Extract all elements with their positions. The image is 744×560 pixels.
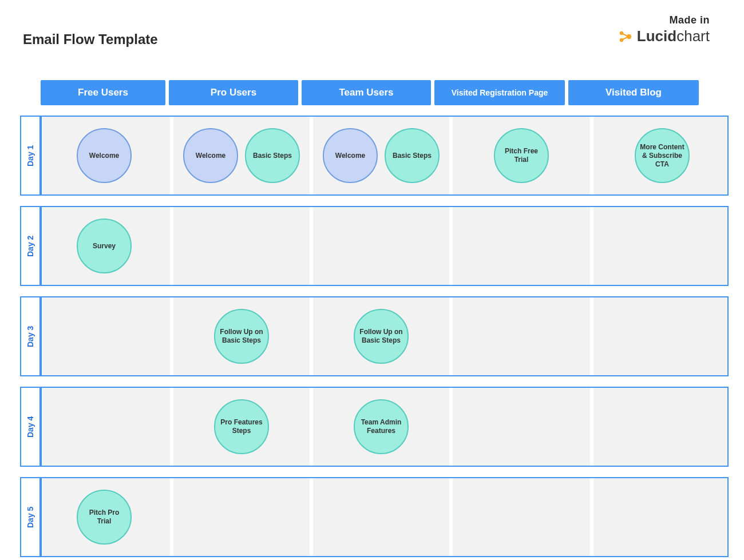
row-body-day-3: Follow Up on Basic Steps Follow Up on Ba… — [41, 296, 729, 376]
cell-d1-free: Welcome — [42, 117, 167, 194]
bubble-pitch-free-trial: Pitch Free Trial — [494, 128, 549, 183]
col-header-pro: Pro Users — [169, 80, 298, 105]
lucidchart-icon — [618, 29, 632, 44]
row-label-day-5: Day 5 — [20, 477, 41, 557]
cell-d1-reg: Pitch Free Trial — [456, 117, 587, 194]
row-label-day-4: Day 4 — [20, 387, 41, 467]
cell-d3-pro: Follow Up on Basic Steps — [177, 297, 306, 375]
cell-d3-reg — [456, 297, 587, 375]
diagram-canvas: Email Flow Template Made in Lucidchart F… — [0, 0, 744, 560]
brand-name-bold: Lucid — [637, 27, 676, 45]
row-body-day-2: Survey — [41, 206, 729, 286]
cell-d4-free — [42, 388, 167, 466]
row-day-1: Day 1 Welcome Welcome Basic Steps Welcom… — [20, 116, 724, 196]
svg-point-0 — [620, 31, 623, 34]
bubble-basic-steps: Basic Steps — [245, 128, 300, 183]
bubble-pitch-pro-trial: Pitch Pro Trial — [77, 490, 132, 545]
brand-logo: Lucidchart — [618, 27, 710, 45]
cell-d2-team — [316, 207, 446, 285]
row-label-day-1: Day 1 — [20, 116, 41, 196]
cell-d4-pro: Pro Features Steps — [177, 388, 306, 466]
row-day-3: Day 3 Follow Up on Basic Steps Follow Up… — [20, 296, 724, 376]
row-day-5: Day 5 Pitch Pro Trial — [20, 477, 724, 557]
row-body-day-4: Pro Features Steps Team Admin Features — [41, 387, 729, 467]
row-day-2: Day 2 Survey — [20, 206, 724, 286]
column-headers: Free Users Pro Users Team Users Visited … — [41, 80, 724, 105]
swimlane-grid: Free Users Pro Users Team Users Visited … — [20, 80, 724, 557]
row-label-day-3: Day 3 — [20, 296, 41, 376]
bubble-basic-steps: Basic Steps — [385, 128, 440, 183]
brand-name-rest: chart — [676, 27, 710, 45]
cell-d4-team: Team Admin Features — [316, 388, 446, 466]
cell-d2-free: Survey — [42, 207, 167, 285]
made-in-badge: Made in Lucidchart — [618, 14, 710, 45]
cell-d5-blog — [597, 478, 727, 556]
cell-d2-blog — [597, 207, 727, 285]
cell-d4-blog — [597, 388, 727, 466]
cell-d1-team: Welcome Basic Steps — [316, 117, 446, 194]
cell-d1-blog: More Content & Subscribe CTA — [597, 117, 727, 194]
row-day-4: Day 4 Pro Features Steps Team Admin Feat… — [20, 387, 724, 467]
svg-point-2 — [627, 34, 631, 38]
svg-line-4 — [623, 37, 627, 39]
brand-name: Lucidchart — [637, 27, 710, 45]
cell-d3-free — [42, 297, 167, 375]
bubble-more-content-cta: More Content & Subscribe CTA — [635, 128, 690, 183]
row-body-day-1: Welcome Welcome Basic Steps Welcome Basi… — [41, 116, 729, 196]
cell-d4-reg — [456, 388, 587, 466]
col-header-reg: Visited Registration Page — [434, 80, 565, 105]
bubble-follow-up: Follow Up on Basic Steps — [214, 309, 269, 364]
cell-d1-pro: Welcome Basic Steps — [177, 117, 306, 194]
bubble-welcome: Welcome — [323, 128, 378, 183]
cell-d2-pro — [177, 207, 306, 285]
bubble-pro-features: Pro Features Steps — [214, 399, 269, 454]
cell-d5-team — [316, 478, 446, 556]
svg-line-3 — [623, 34, 627, 36]
cell-d2-reg — [456, 207, 587, 285]
cell-d5-free: Pitch Pro Trial — [42, 478, 167, 556]
bubble-welcome: Welcome — [77, 128, 132, 183]
cell-d5-reg — [456, 478, 587, 556]
bubble-welcome: Welcome — [183, 128, 238, 183]
col-header-free: Free Users — [41, 80, 165, 105]
col-header-blog: Visited Blog — [568, 80, 699, 105]
row-body-day-5: Pitch Pro Trial — [41, 477, 729, 557]
bubble-survey: Survey — [77, 219, 132, 273]
cell-d3-team: Follow Up on Basic Steps — [316, 297, 446, 375]
cell-d3-blog — [597, 297, 727, 375]
col-header-team: Team Users — [302, 80, 431, 105]
bubble-follow-up: Follow Up on Basic Steps — [354, 309, 409, 364]
svg-point-1 — [620, 38, 623, 41]
made-in-text: Made in — [618, 14, 710, 26]
page-title: Email Flow Template — [23, 31, 158, 47]
cell-d5-pro — [177, 478, 306, 556]
bubble-team-admin: Team Admin Features — [354, 399, 409, 454]
row-label-day-2: Day 2 — [20, 206, 41, 286]
